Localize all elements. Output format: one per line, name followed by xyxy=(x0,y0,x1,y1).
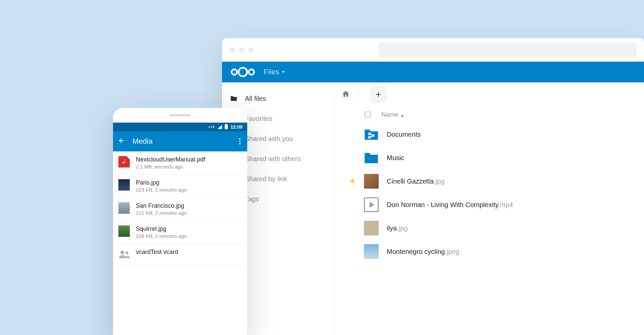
home-icon[interactable] xyxy=(342,90,350,99)
mobile-title: Media xyxy=(132,137,230,146)
svg-point-7 xyxy=(125,252,128,255)
add-button[interactable]: + xyxy=(371,87,386,102)
image-thumb-icon xyxy=(364,174,379,189)
folder-icon xyxy=(364,150,379,165)
status-time: 12:09 xyxy=(230,124,243,130)
list-item[interactable]: NextcloudUserManual.pdf 2.1 MB, seconds … xyxy=(113,151,247,175)
window-controls[interactable] xyxy=(229,47,254,53)
battery-icon xyxy=(225,125,228,129)
contacts-icon xyxy=(118,249,130,260)
image-thumb-icon xyxy=(364,221,379,236)
svg-point-1 xyxy=(231,69,237,75)
file-meta: 211 KB, 2 minutes ago xyxy=(136,210,187,216)
file-main: 〉 + Name Documents xyxy=(334,82,644,335)
sidebar-item-label: Shared with you xyxy=(245,135,293,143)
file-row[interactable]: Documents xyxy=(334,123,644,146)
table-header: Name xyxy=(334,107,644,123)
mobile-file-list: NextcloudUserManual.pdf 2.1 MB, seconds … xyxy=(113,151,247,265)
select-all-checkbox[interactable] xyxy=(365,112,371,118)
folder-shared-icon xyxy=(364,127,379,142)
phone-mock: LTE 12:09 Media NextcloudUserManual.pdf … xyxy=(113,108,247,335)
dot-minimize-icon[interactable] xyxy=(239,47,244,53)
file-row[interactable]: ★ Cinelli Gazzetta.jpg xyxy=(334,170,644,193)
overflow-menu-button[interactable] xyxy=(237,136,243,146)
list-item[interactable]: Paris.jpg 223 KB, 2 minutes ago xyxy=(113,175,247,198)
breadcrumb-separator-icon: 〉 xyxy=(356,89,365,100)
file-name: Montenegro cycling.jpeg xyxy=(387,248,460,256)
file-name: Documents xyxy=(387,131,421,138)
chevron-down-icon xyxy=(282,71,285,73)
column-name[interactable]: Name xyxy=(381,111,404,118)
sidebar-item-all-files[interactable]: All files xyxy=(222,88,334,109)
sort-asc-icon xyxy=(400,115,404,117)
file-row[interactable]: Montenegro cycling.jpeg xyxy=(334,240,644,263)
image-thumb-icon xyxy=(118,179,130,191)
svg-point-2 xyxy=(249,69,254,75)
browser-window: Files All files ★ Favorites ⤓ Shared wit… xyxy=(222,38,644,335)
file-name: Squirrel.jpg xyxy=(136,225,187,232)
file-meta: 223 KB, 2 minutes ago xyxy=(136,187,187,193)
browser-chrome xyxy=(222,38,644,62)
sidebar-item-label: Shared with others xyxy=(245,155,301,163)
signal-icon xyxy=(217,125,222,129)
image-thumb-icon xyxy=(118,225,130,237)
file-meta: 228 KB, 2 minutes ago xyxy=(136,233,187,239)
sidebar-item-label: Shared by link xyxy=(245,175,287,183)
app-switcher[interactable]: Files xyxy=(264,68,285,76)
status-bar: LTE 12:09 xyxy=(113,123,247,131)
plus-icon: + xyxy=(376,89,381,100)
dot-zoom-icon[interactable] xyxy=(248,47,254,53)
file-name: Music xyxy=(387,154,404,162)
breadcrumb: 〉 + xyxy=(334,82,644,107)
status-lte: LTE xyxy=(209,125,215,129)
mobile-app-header: Media xyxy=(113,131,247,151)
sidebar-item-label: Favorites xyxy=(245,115,272,123)
file-row[interactable]: Don Norman - Living With Complexity.mp4 xyxy=(334,193,644,216)
app-header: Files xyxy=(222,62,644,82)
back-button[interactable] xyxy=(118,137,125,146)
file-name: Don Norman - Living With Complexity.mp4 xyxy=(387,201,513,209)
image-thumb-icon xyxy=(118,202,130,214)
file-name: Paris.jpg xyxy=(136,179,187,186)
file-name: Cinelli Gazzetta.jpg xyxy=(387,178,444,185)
file-name: San Francisco.jpg xyxy=(136,202,187,209)
nextcloud-logo-icon[interactable] xyxy=(229,66,256,78)
file-name: NextcloudUserManual.pdf xyxy=(136,156,205,163)
svg-point-6 xyxy=(120,251,124,255)
list-item[interactable]: San Francisco.jpg 211 KB, 2 minutes ago xyxy=(113,198,247,221)
sidebar-item-label: All files xyxy=(245,95,266,103)
file-name: vcardTest.vcard xyxy=(136,249,178,256)
app-label: Files xyxy=(264,68,279,76)
arrow-left-icon xyxy=(118,137,125,144)
star-toggle[interactable]: ★ xyxy=(349,177,356,186)
address-bar[interactable] xyxy=(379,43,637,57)
file-row[interactable]: ilya.jpg xyxy=(334,216,644,240)
file-meta: 2.1 MB, seconds ago xyxy=(136,164,205,170)
video-thumb-icon xyxy=(364,197,379,212)
file-row[interactable]: Music xyxy=(334,146,644,170)
svg-point-0 xyxy=(238,68,247,76)
list-item[interactable]: vcardTest.vcard xyxy=(113,244,247,265)
file-name: ilya.jpg xyxy=(387,224,408,232)
dot-close-icon[interactable] xyxy=(229,47,235,53)
speaker-icon xyxy=(169,114,191,116)
list-item[interactable]: Squirrel.jpg 228 KB, 2 minutes ago xyxy=(113,221,247,244)
pdf-icon xyxy=(118,156,130,168)
folder-icon xyxy=(230,95,237,102)
image-thumb-icon xyxy=(364,244,379,259)
phone-bezel xyxy=(113,108,247,123)
